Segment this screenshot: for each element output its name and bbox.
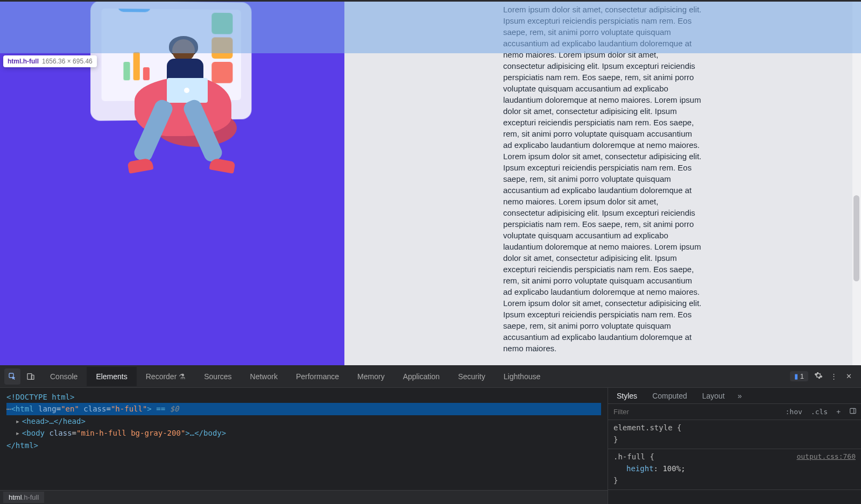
toggle-sidebar-icon[interactable] bbox=[845, 407, 861, 416]
inspect-tooltip-dimensions: 1656.36 × 695.46 bbox=[42, 58, 93, 65]
dom-tree-pane: <!DOCTYPE html> ⋯<html lang="en" class="… bbox=[0, 388, 608, 504]
svg-rect-3 bbox=[850, 408, 856, 413]
styles-rules[interactable]: element.style { } output.css:760 .h-full… bbox=[608, 420, 861, 504]
dom-body-attr: class bbox=[49, 429, 72, 437]
dom-breadcrumb: html.h-full bbox=[0, 490, 608, 504]
dom-body-val: "min-h-full bg-gray-200" bbox=[76, 429, 185, 437]
dom-attr-class: class bbox=[83, 404, 106, 413]
flask-icon: ⚗ bbox=[179, 372, 186, 381]
scrollbar-thumb[interactable] bbox=[853, 195, 859, 281]
dom-line-html[interactable]: ⋯<html lang="en" class="h-full"> == $0 bbox=[6, 403, 601, 415]
more-icon[interactable]: ⋮ bbox=[829, 372, 838, 380]
tab-styles[interactable]: Styles bbox=[609, 389, 645, 403]
dom-body-open: <body bbox=[22, 429, 50, 437]
devtools-tab-bar: Console Elements Recorder ⚗ Sources Netw… bbox=[0, 365, 861, 388]
dom-html-open: <html bbox=[11, 404, 38, 413]
styles-filter-input[interactable] bbox=[608, 408, 781, 416]
settings-icon[interactable] bbox=[814, 371, 823, 381]
dom-tree[interactable]: <!DOCTYPE html> ⋯<html lang="en" class="… bbox=[0, 388, 608, 490]
tab-elements[interactable]: Elements bbox=[87, 367, 136, 386]
issues-icon: ▮ bbox=[794, 372, 798, 380]
inspect-tooltip: html.h-full 1656.36 × 695.46 bbox=[3, 55, 97, 67]
issues-badge[interactable]: ▮ 1 bbox=[790, 371, 808, 381]
rule-element-style[interactable]: element.style { } bbox=[608, 420, 861, 449]
styles-pane: Styles Computed Layout » :hov .cls + ele… bbox=[608, 388, 861, 504]
content-column: Lorem ipsum dolor sit amet, consectetur … bbox=[344, 2, 861, 365]
inspect-tooltip-selector: html.h-full bbox=[8, 58, 39, 65]
dom-val-lang: "en" bbox=[61, 404, 79, 413]
dom-body-close: >…</body> bbox=[185, 429, 226, 437]
rule-h-full[interactable]: output.css:760 .h-full { height: 100%; } bbox=[608, 449, 861, 490]
page-viewport[interactable]: html.h-full 1656.36 × 695.46 bbox=[0, 2, 861, 365]
tab-recorder-label: Recorder bbox=[146, 372, 177, 381]
new-rule-icon[interactable]: + bbox=[832, 408, 845, 416]
tab-performance[interactable]: Performance bbox=[287, 367, 348, 386]
rule1-selector: element.style bbox=[613, 423, 673, 432]
hov-button[interactable]: :hov bbox=[781, 408, 807, 416]
dom-val-class: "h-full" bbox=[111, 404, 147, 413]
tab-lighthouse[interactable]: Lighthouse bbox=[495, 367, 550, 386]
breadcrumb-cls: .h-full bbox=[22, 493, 39, 501]
tab-layout[interactable]: Layout bbox=[695, 389, 732, 403]
dom-line-html-close[interactable]: </html> bbox=[6, 441, 38, 450]
tab-console[interactable]: Console bbox=[41, 367, 87, 386]
dom-html-close: > == bbox=[147, 404, 170, 413]
issues-count: 1 bbox=[800, 372, 804, 380]
dom-line-body[interactable]: ▸<body class="min-h-full bg-gray-200">…<… bbox=[16, 429, 226, 437]
dom-line-head[interactable]: ▸<head>…</head> bbox=[16, 417, 86, 425]
speech-bubble-icon bbox=[118, 9, 151, 12]
breadcrumb-html[interactable]: html.h-full bbox=[3, 492, 44, 503]
dom-line-doctype[interactable]: <!DOCTYPE html> bbox=[6, 393, 74, 401]
dom-attr-lang: lang bbox=[38, 404, 57, 413]
rule2-prop: height bbox=[626, 464, 654, 473]
tab-recorder[interactable]: Recorder ⚗ bbox=[137, 367, 195, 386]
lorem-text-block: Lorem ipsum dolor sit amet, consectetur … bbox=[503, 4, 702, 365]
tab-application[interactable]: Application bbox=[394, 367, 449, 386]
person-illustration bbox=[129, 39, 237, 179]
rule2-selector: .h-full bbox=[613, 452, 645, 461]
tab-sources[interactable]: Sources bbox=[195, 367, 241, 386]
styles-filter-row: :hov .cls + bbox=[608, 404, 861, 420]
dom-eq0: $0 bbox=[170, 404, 179, 413]
page-scrollbar[interactable] bbox=[852, 2, 861, 365]
tab-computed[interactable]: Computed bbox=[645, 389, 695, 403]
hero-illustration bbox=[75, 2, 269, 174]
tab-security[interactable]: Security bbox=[449, 367, 495, 386]
laptop-icon bbox=[167, 78, 208, 103]
rule2-origin[interactable]: output.css:760 bbox=[796, 451, 856, 462]
styles-tab-bar: Styles Computed Layout » bbox=[608, 388, 861, 404]
breadcrumb-el: html bbox=[9, 493, 22, 501]
close-devtools-icon[interactable]: ✕ bbox=[844, 372, 853, 380]
tab-memory[interactable]: Memory bbox=[348, 367, 394, 386]
styles-tabs-more-icon[interactable]: » bbox=[732, 392, 747, 400]
tab-network[interactable]: Network bbox=[241, 367, 287, 386]
inspect-element-icon[interactable] bbox=[4, 368, 20, 385]
device-toolbar-icon[interactable] bbox=[23, 368, 39, 385]
rule2-val: 100% bbox=[662, 464, 681, 473]
cls-button[interactable]: .cls bbox=[807, 408, 832, 416]
devtools-panel: Console Elements Recorder ⚗ Sources Netw… bbox=[0, 365, 861, 504]
